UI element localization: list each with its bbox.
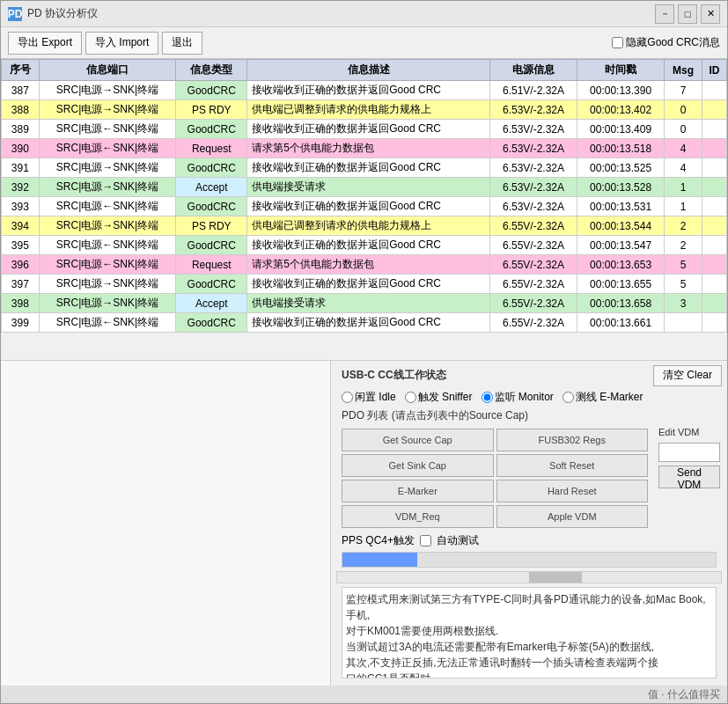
send-vdm-button[interactable]: Send VDM [658, 466, 720, 488]
vdm-col: Edit VDM Send VDM [657, 425, 722, 532]
radio-emarker[interactable]: 测线 E-Marker [563, 390, 643, 405]
status-bar: 值 · 什么值得买 [1, 686, 727, 703]
table-row[interactable]: 393SRC|电源←SNK|终端GoodCRC接收端收到正确的数据并返回Good… [2, 197, 727, 216]
vdm-req-button[interactable]: VDM_Req [342, 505, 494, 528]
table-row[interactable]: 389SRC|电源←SNK|终端GoodCRC接收端收到正确的数据并返回Good… [2, 120, 727, 139]
col-header-type: 信息类型 [176, 60, 247, 81]
auto-test-label: 自动测试 [437, 533, 479, 548]
radio-monitor[interactable]: 监听 Monitor [482, 390, 554, 405]
progress-bar [342, 552, 717, 568]
scrollbar-thumb [529, 572, 582, 583]
panel-title: USB-C CC线工作状态 [336, 364, 452, 386]
progress-inner [342, 553, 417, 567]
col-header-power: 电源信息 [490, 60, 577, 81]
minimize-button[interactable]: － [655, 4, 674, 24]
title-bar: PD PD 协议分析仪 － □ ✕ [1, 1, 727, 27]
hide-good-crc-label[interactable]: 隐藏Good CRC消息 [612, 35, 720, 50]
controls-layout: Get Source Cap FUSB302 Regs Get Sink Cap… [336, 425, 722, 532]
auto-test-checkbox[interactable] [420, 535, 431, 546]
right-panel: USB-C CC线工作状态 清空 Clear 闲置 Idle 触发 Sniffe… [331, 361, 727, 686]
buttons-grid: Get Source Cap FUSB302 Regs Get Sink Cap… [336, 425, 653, 532]
radio-sniffer[interactable]: 触发 Sniffer [405, 390, 473, 405]
table-row[interactable]: 391SRC|电源→SNK|终端GoodCRC接收端收到正确的数据并返回Good… [2, 158, 727, 178]
window-controls: － □ ✕ [655, 4, 720, 24]
buttons-col: Get Source Cap FUSB302 Regs Get Sink Cap… [336, 425, 653, 532]
data-table: 序号 信息端口 信息类型 信息描述 电源信息 时间戳 Msg ID 387SRC… [1, 59, 727, 333]
col-header-id: ID [702, 60, 726, 81]
exit-button[interactable]: 退出 [162, 32, 202, 55]
table-row[interactable]: 399SRC|电源←SNK|终端GoodCRC接收端收到正确的数据并返回Good… [2, 313, 727, 333]
get-sink-cap-button[interactable]: Get Sink Cap [342, 454, 494, 477]
close-button[interactable]: ✕ [701, 4, 720, 24]
soft-reset-button[interactable]: Soft Reset [496, 454, 649, 477]
maximize-button[interactable]: □ [678, 4, 697, 24]
col-header-seq: 序号 [2, 60, 40, 81]
import-button[interactable]: 导入 Import [85, 32, 158, 55]
mode-radio-group: 闲置 Idle 触发 Sniffer 监听 Monitor 测线 E-Marke… [336, 388, 722, 407]
table-scroll-area[interactable]: 序号 信息端口 信息类型 信息描述 电源信息 时间戳 Msg ID 387SRC… [1, 59, 727, 360]
main-area: 序号 信息端口 信息类型 信息描述 电源信息 时间戳 Msg ID 387SRC… [1, 59, 727, 686]
toolbar: 导出 Export 导入 Import 退出 隐藏Good CRC消息 [1, 27, 727, 59]
table-row[interactable]: 394SRC|电源→SNK|终端PS RDY供电端已调整到请求的供电能力规格上6… [2, 216, 727, 236]
hard-reset-button[interactable]: Hard Reset [496, 480, 649, 502]
emarker-button[interactable]: E-Marker [342, 480, 494, 502]
table-row[interactable]: 388SRC|电源→SNK|终端PS RDY供电端已调整到请求的供电能力规格上6… [2, 100, 727, 120]
table-row[interactable]: 396SRC|电源←SNK|终端Request请求第5个供电能力数据包6.55V… [2, 255, 727, 275]
bottom-panel: USB-C CC线工作状态 清空 Clear 闲置 Idle 触发 Sniffe… [1, 360, 727, 686]
table-row[interactable]: 390SRC|电源←SNK|终端Request请求第5个供电能力数据包6.53V… [2, 139, 727, 158]
left-panel [1, 361, 331, 686]
export-button[interactable]: 导出 Export [8, 32, 82, 55]
table-row[interactable]: 387SRC|电源→SNK|终端GoodCRC接收端收到正确的数据并返回Good… [2, 81, 727, 100]
edit-vdm-label: Edit VDM [658, 425, 699, 439]
hide-good-crc-checkbox[interactable] [612, 37, 623, 48]
clear-button[interactable]: 清空 Clear [653, 365, 722, 386]
col-header-msg: Msg [665, 60, 702, 81]
description-panel: 监控模式用来测试第三方有TYPE-C同时具备PD通讯能力的设备,如Mac Boo… [342, 587, 717, 678]
pps-row: PPS QC4+触发 自动测试 [336, 532, 722, 550]
description-text: 监控模式用来测试第三方有TYPE-C同时具备PD通讯能力的设备,如Mac Boo… [346, 593, 706, 678]
horizontal-scrollbar[interactable] [336, 571, 722, 583]
radio-idle[interactable]: 闲置 Idle [342, 390, 396, 405]
fusb302-regs-button[interactable]: FUSB302 Regs [496, 429, 649, 451]
main-window: PD PD 协议分析仪 － □ ✕ 导出 Export 导入 Import 退出… [0, 0, 728, 704]
col-header-port: 信息端口 [39, 60, 175, 81]
get-source-cap-button[interactable]: Get Source Cap [342, 429, 494, 451]
table-row[interactable]: 397SRC|电源→SNK|终端GoodCRC接收端收到正确的数据并返回Good… [2, 275, 727, 294]
watermark: 值 · 什么值得买 [648, 687, 720, 702]
window-title: PD 协议分析仪 [27, 6, 655, 21]
col-header-time: 时间戳 [577, 60, 665, 81]
table-row[interactable]: 398SRC|电源→SNK|终端Accept供电端接受请求6.55V/-2.32… [2, 294, 727, 313]
apple-vdm-button[interactable]: Apple VDM [496, 505, 649, 528]
vdm-input[interactable] [658, 443, 720, 462]
pps-label: PPS QC4+触发 [342, 533, 415, 548]
table-row[interactable]: 392SRC|电源→SNK|终端Accept供电端接受请求6.53V/-2.32… [2, 178, 727, 197]
col-header-desc: 信息描述 [247, 60, 490, 81]
app-icon: PD [8, 7, 22, 21]
pdo-label: PDO 列表 (请点击列表中的Source Cap) [336, 407, 722, 425]
table-row[interactable]: 395SRC|电源←SNK|终端GoodCRC接收端收到正确的数据并返回Good… [2, 236, 727, 255]
